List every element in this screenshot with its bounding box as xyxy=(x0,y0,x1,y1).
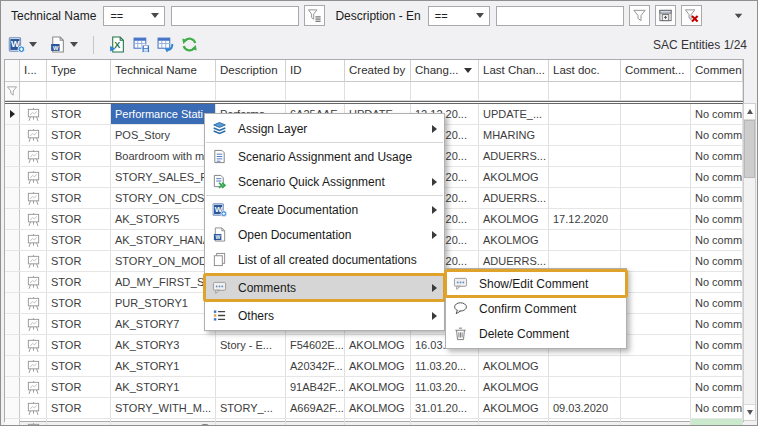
cell-comment1[interactable] xyxy=(621,146,691,166)
cell-comment2[interactable]: No comm... xyxy=(691,314,743,334)
cell-type[interactable]: STOR xyxy=(47,104,111,124)
cell-type[interactable]: STOR xyxy=(47,146,111,166)
filter-cell-created-by[interactable] xyxy=(345,82,411,101)
filter-value-input[interactable] xyxy=(496,6,624,26)
cell-name[interactable]: AK_STORY_HANA xyxy=(111,230,216,250)
cell-last-changed[interactable]: MHARING xyxy=(479,125,549,145)
cell-created-by[interactable]: AKOLMOG xyxy=(345,335,411,355)
cell-type[interactable]: STOR xyxy=(47,398,111,418)
cell-changed[interactable]: 31.01.20... xyxy=(411,398,479,418)
cell-comment1[interactable] xyxy=(621,125,691,145)
cell-comment1[interactable] xyxy=(621,188,691,208)
row-selector[interactable] xyxy=(5,293,20,313)
operator-select[interactable]: == xyxy=(428,6,490,26)
cell-desc[interactable] xyxy=(216,356,286,376)
cell-changed[interactable]: 04.11.20... xyxy=(411,419,479,426)
cell-last-changed[interactable]: AKOLMOG xyxy=(479,230,549,250)
cell-created-by[interactable]: AKOLMOG xyxy=(345,419,411,426)
layout-button[interactable] xyxy=(655,5,676,26)
table-row[interactable]: STORAK_STORY3Story - E...F54602E...AKOLM… xyxy=(5,335,743,356)
cell-comment2[interactable]: No comm... xyxy=(691,167,743,187)
funnel-button[interactable] xyxy=(629,5,650,26)
menu-item-scenario-quick-assignment[interactable]: Scenario Quick Assignment xyxy=(205,169,444,194)
cell-comment2[interactable]: No comm... xyxy=(691,188,743,208)
menu-item-assign-layer[interactable]: Assign Layer xyxy=(205,116,444,141)
filter-cell-type[interactable] xyxy=(47,82,111,101)
cell-last-changed[interactable]: AKOLMOG xyxy=(479,377,549,397)
filter-cell-comment[interactable] xyxy=(621,82,691,101)
cell-item-icon[interactable] xyxy=(20,419,47,426)
refresh-button[interactable] xyxy=(181,36,198,53)
cell-item-icon[interactable] xyxy=(20,167,47,187)
cell-last-doc[interactable] xyxy=(549,146,621,166)
cell-comment1[interactable] xyxy=(621,398,691,418)
cell-last-doc[interactable]: 17.12.2020 xyxy=(549,209,621,229)
cell-last-changed[interactable]: AKOLMOG xyxy=(479,209,549,229)
filter-menu-button[interactable] xyxy=(304,5,325,26)
filter-options-dropdown[interactable] xyxy=(727,6,749,26)
cell-comment1[interactable] xyxy=(621,335,691,355)
cell-item-icon[interactable] xyxy=(20,293,47,313)
row-selector[interactable] xyxy=(5,230,20,250)
cell-name[interactable]: AK_STORY1 xyxy=(111,356,216,376)
cell-item-icon[interactable] xyxy=(20,398,47,418)
column-header-type[interactable]: Type xyxy=(47,60,111,82)
cell-changed[interactable]: 11.03.20... xyxy=(411,356,479,376)
cell-type[interactable]: STOR xyxy=(47,167,111,187)
cell-comment1[interactable]: 03.03.20... xyxy=(621,419,691,426)
cell-name[interactable]: AD_MY_FIRST_S... xyxy=(111,272,216,292)
cell-last-doc[interactable] xyxy=(549,188,621,208)
filter-cell-i[interactable] xyxy=(20,82,47,101)
cell-comment2[interactable]: No comm... xyxy=(691,125,743,145)
cell-type[interactable]: STOR xyxy=(47,125,111,145)
cell-last-changed[interactable]: ADUERRS... xyxy=(479,146,549,166)
filter-value-input[interactable] xyxy=(171,6,299,26)
column-header-i[interactable]: I... xyxy=(20,60,47,82)
menu-item-create-documentation[interactable]: WCreate Documentation xyxy=(205,197,444,222)
cell-name[interactable]: AK_STORY3 xyxy=(111,335,216,355)
cell-created-by[interactable]: AKOLMOG xyxy=(345,377,411,397)
cell-type[interactable]: STOR xyxy=(47,251,111,271)
cell-item-icon[interactable] xyxy=(20,251,47,271)
menu-item-scenario-assignment-and-usage[interactable]: Scenario Assignment and Usage xyxy=(205,144,444,169)
cell-name[interactable]: STORY_SALES_R... xyxy=(111,167,216,187)
table-row[interactable]: STORAK_STORY191AB42F...AKOLMOG11.03.20..… xyxy=(5,377,743,398)
word-open-button[interactable]: W xyxy=(49,36,83,53)
cell-type[interactable]: STOR xyxy=(47,314,111,334)
cell-last-changed[interactable]: AKOLMOG xyxy=(479,356,549,376)
filter-cell-id[interactable] xyxy=(286,82,345,101)
cell-type[interactable]: STOR xyxy=(47,230,111,250)
scroll-down-button[interactable] xyxy=(744,404,755,420)
row-selector[interactable] xyxy=(5,419,20,426)
cell-comment2[interactable]: No comm... xyxy=(691,335,743,355)
cell-name[interactable]: AK_STORY7 xyxy=(111,314,216,334)
cell-comment1[interactable] xyxy=(621,377,691,397)
cell-id[interactable]: 91AB42F... xyxy=(286,377,345,397)
word-create-button[interactable]: W xyxy=(8,36,42,53)
cell-id[interactable]: A20342F... xyxy=(286,356,345,376)
scrollbar-thumb[interactable] xyxy=(744,120,755,178)
row-selector[interactable] xyxy=(5,377,20,397)
cell-type[interactable]: STOR xyxy=(47,356,111,376)
filter-cell-last-chan[interactable] xyxy=(479,82,549,101)
menu-item-open-documentation[interactable]: WOpen Documentation xyxy=(205,222,444,247)
cell-comment2[interactable]: No comm... xyxy=(691,293,743,313)
cell-type[interactable]: STOR xyxy=(47,293,111,313)
cell-id[interactable]: A669A2F... xyxy=(286,398,345,418)
column-header-technical-name[interactable]: Technical Name xyxy=(111,60,216,82)
menu-item-comments[interactable]: Comments xyxy=(205,275,444,300)
cell-item-icon[interactable] xyxy=(20,125,47,145)
cell-name[interactable]: Boardroom with m xyxy=(111,146,216,166)
cell-name[interactable]: STORY_WITH_M... xyxy=(111,398,216,418)
table-row[interactable]: STORSTORY_WITH_M...STORY_...A669A2F...AK… xyxy=(5,398,743,419)
cell-comment2[interactable]: No comm... xyxy=(691,398,743,418)
column-header-comment[interactable]: Comment... xyxy=(691,60,743,82)
row-selector[interactable] xyxy=(5,356,20,376)
vertical-scrollbar[interactable] xyxy=(743,103,756,421)
cell-last-doc[interactable] xyxy=(549,356,621,376)
cell-desc[interactable]: Multiple S... xyxy=(216,419,286,426)
row-selector[interactable] xyxy=(5,125,20,145)
cell-name[interactable]: AK_STORY5 xyxy=(111,209,216,229)
cell-comment1[interactable] xyxy=(621,104,691,124)
chevron-down-icon[interactable] xyxy=(29,42,37,47)
